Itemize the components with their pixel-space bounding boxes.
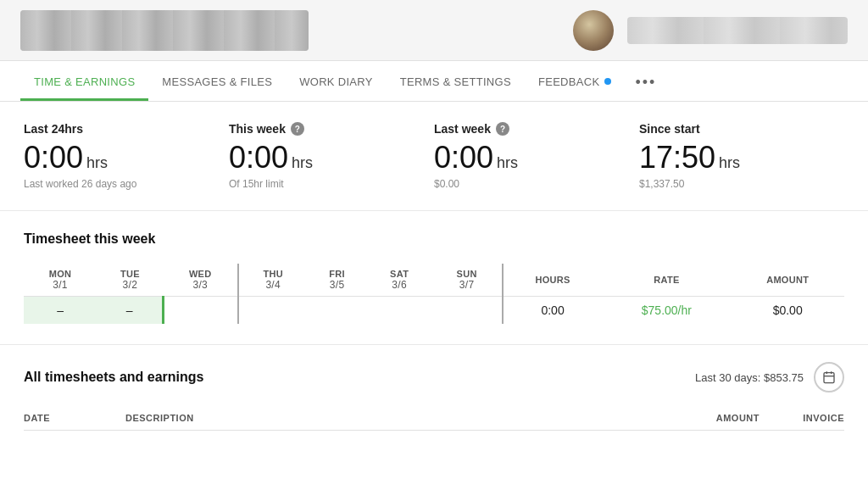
cell-fri (308, 297, 367, 325)
header-banner (0, 0, 868, 61)
cell-amount: $0.00 (731, 297, 844, 325)
tab-feedback[interactable]: FEEDBACK (525, 64, 625, 101)
earnings-col-invoice: INVOICE (760, 413, 844, 423)
banner-left-image (20, 10, 309, 51)
col-fri: FRI3/5 (308, 264, 367, 297)
stat-this-week-value: 0:00hrs (229, 142, 417, 173)
stat-since-start-value: 17:50hrs (639, 142, 827, 173)
earnings-col-amount: AMOUNT (658, 413, 760, 423)
stat-last-week-label: Last week ? (434, 122, 622, 136)
stat-last24-sub: Last worked 26 days ago (24, 178, 212, 190)
col-mon: MON3/1 (24, 264, 97, 297)
cell-sat (367, 297, 432, 325)
stat-since-start: Since start 17:50hrs $1,337.50 (639, 122, 844, 190)
calendar-icon (822, 370, 836, 384)
this-week-help-icon[interactable]: ? (291, 122, 304, 136)
col-wed: WED3/3 (164, 264, 238, 297)
col-thu: THU3/4 (238, 264, 308, 297)
cell-thu (238, 297, 308, 325)
col-hours: HOURS (503, 264, 603, 297)
last-week-help-icon[interactable]: ? (496, 122, 509, 136)
table-row: – – 0:00 $75.00/hr $0.00 (24, 297, 844, 325)
tab-messages-files[interactable]: MESSAGES & FILES (148, 64, 286, 101)
avatar (573, 10, 614, 51)
stat-this-week-sub: Of 15hr limit (229, 178, 417, 190)
cell-hours: 0:00 (503, 297, 603, 325)
feedback-dot (604, 78, 611, 85)
all-timesheets-section: All timesheets and earnings Last 30 days… (0, 345, 868, 448)
timesheet-title: Timesheet this week (24, 231, 844, 247)
cell-sun (432, 297, 503, 325)
col-rate: RATE (602, 264, 731, 297)
col-sun: SUN3/7 (432, 264, 503, 297)
more-options-button[interactable]: ••• (625, 62, 666, 102)
all-timesheets-title: All timesheets and earnings (24, 370, 204, 385)
tab-time-earnings[interactable]: TIME & EARNINGS (20, 64, 148, 101)
stat-this-week: This week ? 0:00hrs Of 15hr limit (229, 122, 434, 190)
stat-since-start-sub: $1,337.50 (639, 178, 827, 190)
stat-last24-value: 0:00hrs (24, 142, 212, 173)
timesheet-section: Timesheet this week MON3/1 TUE3/2 WED3/3… (0, 211, 868, 345)
all-timesheets-header: All timesheets and earnings Last 30 days… (24, 362, 844, 392)
tab-work-diary[interactable]: WORK DIARY (286, 64, 387, 101)
nav-tabs: TIME & EARNINGS MESSAGES & FILES WORK DI… (0, 61, 868, 102)
tab-terms-settings[interactable]: TERMS & SETTINGS (387, 64, 525, 101)
last30-text: Last 30 days: $853.75 (695, 371, 804, 384)
banner-right-area (573, 10, 848, 51)
svg-rect-0 (824, 373, 834, 383)
stat-last-week-value: 0:00hrs (434, 142, 622, 173)
earnings-table-header: DATE DESCRIPTION AMOUNT INVOICE (24, 406, 844, 431)
stat-this-week-label: This week ? (229, 122, 417, 136)
timesheet-table: MON3/1 TUE3/2 WED3/3 THU3/4 FRI3/5 SAT3/… (24, 264, 844, 324)
col-tue: TUE3/2 (97, 264, 164, 297)
cell-wed (164, 297, 238, 325)
stat-last24-label: Last 24hrs (24, 122, 212, 136)
cell-mon: – (24, 297, 97, 325)
stat-last24: Last 24hrs 0:00hrs Last worked 26 days a… (24, 122, 229, 190)
stat-since-start-label: Since start (639, 122, 827, 136)
col-sat: SAT3/6 (367, 264, 432, 297)
stat-last-week: Last week ? 0:00hrs $0.00 (434, 122, 639, 190)
banner-right-text (627, 17, 848, 44)
cell-rate: $75.00/hr (602, 297, 731, 325)
stat-last-week-sub: $0.00 (434, 178, 622, 190)
cell-tue: – (97, 297, 164, 325)
stats-row: Last 24hrs 0:00hrs Last worked 26 days a… (0, 102, 868, 211)
col-amount: AMOUNT (731, 264, 844, 297)
calendar-button[interactable] (814, 362, 844, 392)
earnings-col-description: DESCRIPTION (125, 413, 658, 423)
earnings-col-date: DATE (24, 413, 125, 423)
all-timesheets-right: Last 30 days: $853.75 (695, 362, 844, 392)
